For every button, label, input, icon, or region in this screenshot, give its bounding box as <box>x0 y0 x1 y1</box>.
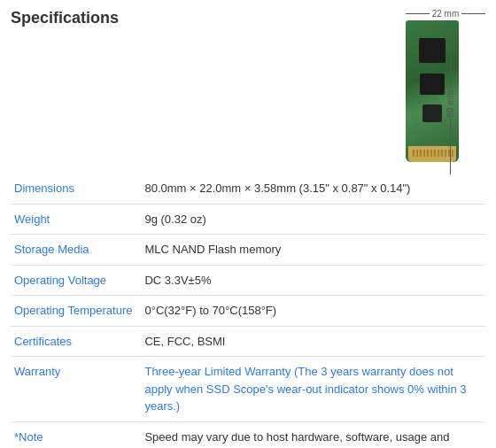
spec-value: MLC NAND Flash memory <box>141 235 485 266</box>
spec-label: Storage Media <box>11 235 141 266</box>
spec-label: Warranty <box>11 357 141 422</box>
table-row: Storage MediaMLC NAND Flash memory <box>11 235 485 266</box>
spec-value: CE, FCC, BSMI <box>141 326 485 357</box>
spec-value: 80.0mm × 22.0mm × 3.58mm (3.15" x 0.87" … <box>141 174 485 204</box>
ssd-chip2 <box>420 73 445 95</box>
spec-value: DC 3.3V±5% <box>141 265 485 296</box>
spec-label: *Note <box>11 421 141 448</box>
table-row: Operating VoltageDC 3.3V±5% <box>11 265 485 296</box>
spec-label: Operating Voltage <box>11 265 141 296</box>
spec-label: Certificates <box>11 326 141 357</box>
table-row: Dimensions80.0mm × 22.0mm × 3.58mm (3.15… <box>11 174 485 204</box>
spec-label: Weight <box>11 204 141 235</box>
ssd-chip3 <box>422 104 442 122</box>
spec-value: Three-year Limited Warranty (The 3 years… <box>141 357 485 422</box>
table-row: Weight9g (0.32 oz) <box>11 204 485 235</box>
dim-right-bracket: 80 mm <box>446 33 455 174</box>
ssd-image-container: 22 mm 80 mm <box>406 9 485 165</box>
spec-table: Dimensions80.0mm × 22.0mm × 3.58mm (3.15… <box>11 174 485 448</box>
spec-label: Dimensions <box>11 174 141 204</box>
table-row: Operating Temperature0°C(32°F) to 70°C(1… <box>11 296 485 327</box>
spec-value: Speed may vary due to host hardware, sof… <box>141 421 485 448</box>
spec-value: 0°C(32°F) to 70°C(158°F) <box>141 296 485 327</box>
dim-right-label: 80 mm <box>446 89 455 120</box>
table-row: WarrantyThree-year Limited Warranty (The… <box>11 357 485 422</box>
spec-value: 9g (0.32 oz) <box>141 204 485 235</box>
table-row: *NoteSpeed may vary due to host hardware… <box>11 421 485 448</box>
table-row: CertificatesCE, FCC, BSMI <box>11 326 485 357</box>
dim-top-label: 22 mm <box>406 9 485 19</box>
ssd-chip1 <box>419 38 446 63</box>
spec-label: Operating Temperature <box>11 296 141 327</box>
